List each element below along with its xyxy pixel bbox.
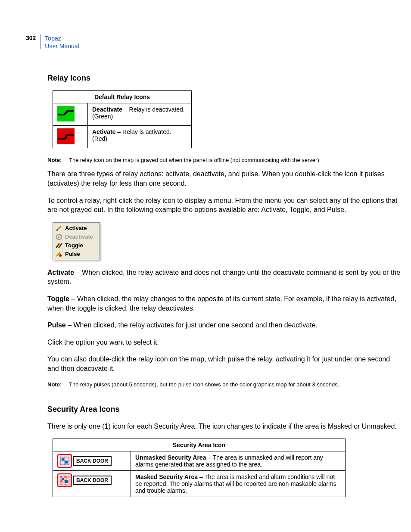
relay-icons-table: Default Relay Icons Deactivate – Relay i… bbox=[53, 90, 192, 148]
menu-label-pulse: Pulse bbox=[65, 251, 80, 257]
deactivate-label: Deactivate bbox=[92, 106, 122, 113]
paragraph-pulse-intro: There are three types of relay actions: … bbox=[47, 169, 401, 188]
table-row: BACK DOOR Unmasked Security Area – The a… bbox=[53, 451, 346, 471]
paragraph-rightclick: To control a relay, right-click the rela… bbox=[47, 196, 401, 215]
masked-bold: Masked Security Area bbox=[135, 473, 198, 480]
unmasked-icon-cell: BACK DOOR bbox=[53, 451, 131, 471]
svg-rect-6 bbox=[65, 461, 68, 464]
note-text: The relay pulses (about.5 seconds), but … bbox=[69, 381, 339, 388]
svg-rect-12 bbox=[65, 480, 68, 483]
relay-table-header: Default Relay Icons bbox=[53, 91, 192, 103]
note-label: Note: bbox=[47, 157, 69, 163]
security-area-table: Security Area Icon BACK DOOR Unmasked Se… bbox=[53, 439, 346, 497]
security-table-header: Security Area Icon bbox=[53, 439, 346, 451]
toggle-icon bbox=[56, 242, 62, 249]
note-1: Note: The relay icon on the map is graye… bbox=[47, 157, 401, 163]
relay-deactivate-desc: Deactivate – Relay is deactivated. (Gree… bbox=[88, 103, 192, 126]
svg-rect-5 bbox=[62, 458, 64, 460]
paragraph-activate-desc: Activate – When clicked, the relay activ… bbox=[47, 268, 401, 286]
pulse-rest: – When clicked, the relay activates for … bbox=[66, 321, 318, 329]
svg-rect-11 bbox=[62, 478, 64, 480]
heading-security-area: Security Area Icons bbox=[47, 405, 401, 414]
svg-rect-10 bbox=[60, 476, 69, 485]
relay-deactivate-icon bbox=[57, 106, 75, 121]
relay-activate-icon-cell bbox=[53, 126, 88, 148]
note-label: Note: bbox=[47, 381, 69, 388]
menu-item-deactivate: Deactivate bbox=[53, 233, 100, 241]
paragraph-click-option: Click the option you want to select it. bbox=[47, 338, 401, 347]
menu-label-deactivate: Deactivate bbox=[65, 233, 93, 240]
page-header: 302 Topaz User Manual bbox=[26, 34, 398, 50]
paragraph-toggle-desc: Toggle – When clicked, the relay changes… bbox=[47, 294, 401, 313]
menu-item-pulse[interactable]: Pulse bbox=[53, 250, 100, 258]
table-row: Deactivate – Relay is deactivated. (Gree… bbox=[53, 103, 192, 126]
unmasked-area-icon bbox=[57, 454, 72, 468]
pulse-icon bbox=[56, 251, 62, 258]
svg-point-0 bbox=[56, 229, 58, 231]
masked-area-icon bbox=[57, 473, 72, 487]
activate-rest: – When clicked, the relay activate and d… bbox=[47, 269, 400, 286]
deactivate-icon bbox=[56, 233, 62, 240]
table-row: Activate – Relay is activated. (Red) bbox=[53, 126, 192, 148]
paragraph-pulse-desc: Pulse – When clicked, the relay activate… bbox=[47, 320, 401, 330]
page: 302 Topaz User Manual Relay Icons Defaul… bbox=[0, 0, 411, 532]
masked-icon-cell: BACK DOOR bbox=[53, 471, 131, 497]
context-menu: Activate Deactivate Toggle Pulse bbox=[53, 222, 100, 260]
menu-label-activate: Activate bbox=[65, 225, 87, 231]
doc-line1: Topaz bbox=[45, 35, 61, 42]
paragraph-doubleclick: You can also double-click the relay icon… bbox=[47, 355, 401, 373]
doc-title: Topaz User Manual bbox=[45, 34, 79, 50]
menu-item-activate[interactable]: Activate bbox=[53, 224, 100, 233]
relay-activate-icon bbox=[57, 128, 75, 144]
svg-line-2 bbox=[57, 235, 61, 239]
note-text: The relay icon on the map is grayed out … bbox=[69, 157, 321, 163]
pulse-bold: Pulse bbox=[47, 321, 66, 329]
doc-line2: User Manual bbox=[45, 43, 79, 50]
toggle-rest: – When clicked, the relay changes to the… bbox=[47, 295, 396, 312]
paragraph-security-intro: There is only one (1) icon for each Secu… bbox=[47, 422, 401, 431]
menu-item-toggle[interactable]: Toggle bbox=[53, 241, 100, 250]
content: Relay Icons Default Relay Icons Deactiva… bbox=[47, 74, 401, 497]
backdoor-label: BACK DOOR bbox=[73, 476, 112, 485]
activate-bold: Activate bbox=[47, 269, 74, 276]
activate-label: Activate bbox=[92, 128, 115, 135]
header-divider bbox=[40, 34, 40, 49]
relay-deactivate-icon-cell bbox=[53, 103, 88, 126]
masked-desc: Masked Security Area – The area is maske… bbox=[131, 471, 346, 497]
toggle-bold: Toggle bbox=[47, 295, 69, 302]
backdoor-label: BACK DOOR bbox=[73, 456, 112, 466]
page-number: 302 bbox=[26, 34, 36, 41]
heading-relay-icons: Relay Icons bbox=[47, 74, 401, 83]
note-2: Note: The relay pulses (about.5 seconds)… bbox=[47, 381, 401, 388]
unmasked-bold: Unmasked Security Area bbox=[135, 454, 206, 461]
activate-icon bbox=[56, 225, 62, 232]
table-row: BACK DOOR Masked Security Area – The are… bbox=[53, 471, 346, 497]
unmasked-desc: Unmasked Security Area – The area is unm… bbox=[131, 451, 346, 471]
relay-activate-desc: Activate – Relay is activated. (Red) bbox=[88, 126, 192, 148]
svg-point-3 bbox=[59, 254, 62, 257]
menu-label-toggle: Toggle bbox=[65, 242, 83, 249]
